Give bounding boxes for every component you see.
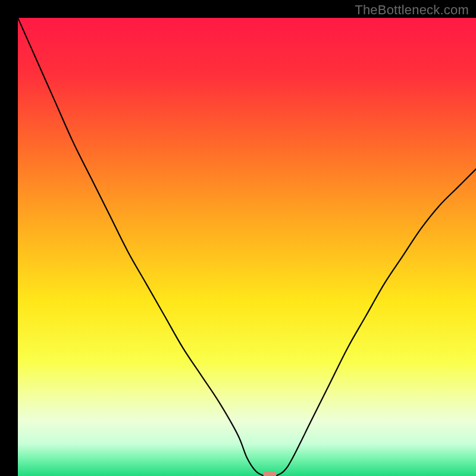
plot-svg bbox=[18, 18, 476, 476]
watermark-text: TheBottleneck.com bbox=[355, 2, 469, 18]
minimum-marker bbox=[264, 471, 277, 476]
chart-frame: TheBottleneck.com bbox=[0, 0, 476, 476]
plot-area bbox=[18, 18, 476, 476]
gradient-background bbox=[18, 18, 476, 476]
